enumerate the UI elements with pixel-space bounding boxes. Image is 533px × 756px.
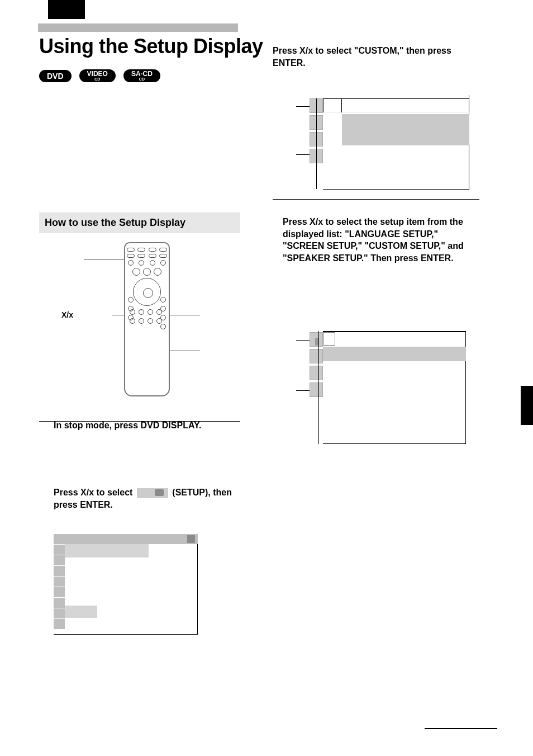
step-2-b: to select xyxy=(94,488,135,497)
badge-video-cd: VIDEO CD xyxy=(79,69,116,82)
right-column: Press X/x to select "CUSTOM," then press… xyxy=(273,45,479,69)
badge-sacd: SA-CD CD xyxy=(123,69,160,82)
step-4-text: Press X/x to select the setup item from … xyxy=(283,216,478,264)
remote-body xyxy=(124,242,170,396)
control-menu-panel xyxy=(54,534,198,635)
page-edge-tab xyxy=(521,386,533,425)
subheading: How to use the Setup Display xyxy=(39,212,240,233)
highlighted-menu-row xyxy=(65,544,149,557)
step-3-text: Press X/x to select "CUSTOM," then press… xyxy=(273,45,479,69)
step-2-a: Press xyxy=(54,488,80,497)
callout-line xyxy=(170,351,200,351)
callout-line xyxy=(170,315,200,315)
divider xyxy=(273,199,479,200)
badge-video-cd-sub: CD xyxy=(94,77,100,81)
highlight-custom xyxy=(342,114,469,145)
setup-icon xyxy=(137,488,168,498)
badge-sacd-sub: CD xyxy=(139,77,145,81)
highlight-row xyxy=(323,347,466,361)
setup-osd-custom xyxy=(296,95,469,190)
step-3-a: Press xyxy=(273,46,299,55)
panel-corner-icon xyxy=(187,535,195,543)
arrows-icon: X/x xyxy=(299,46,313,55)
arrows-icon: X/x xyxy=(80,488,94,497)
highlighted-setup-row xyxy=(65,606,97,618)
callout-line xyxy=(84,259,124,259)
media-badges: DVD VIDEO CD SA-CD CD xyxy=(39,69,160,82)
title-accent-bar xyxy=(38,23,238,32)
page-title: Using the Setup Display xyxy=(39,35,263,58)
badge-video-cd-top: VIDEO xyxy=(87,70,108,77)
badge-dvd: DVD xyxy=(39,70,72,82)
section-tab xyxy=(48,0,85,19)
badge-sacd-top: SA-CD xyxy=(131,70,153,77)
callout-line xyxy=(112,315,124,315)
scrollbar-thumb-icon xyxy=(315,338,318,346)
remote-dpad xyxy=(133,278,161,306)
arrows-icon: X/x xyxy=(310,217,323,226)
manual-page: Using the Setup Display DVD VIDEO CD SA-… xyxy=(0,0,533,756)
step-1-text: In stop mode, press DVD DISPLAY. xyxy=(54,419,238,432)
remote-illustration: X/x xyxy=(39,242,240,410)
remote-label-updown: X/x xyxy=(61,310,73,319)
setup-osd-language xyxy=(296,313,466,444)
left-column: How to use the Setup Display X/x xyxy=(39,212,240,422)
step-2-text: Press X/x to select (SETUP), then press … xyxy=(54,486,239,511)
step-4-a: Press xyxy=(283,217,310,226)
footer-rule xyxy=(425,728,497,729)
